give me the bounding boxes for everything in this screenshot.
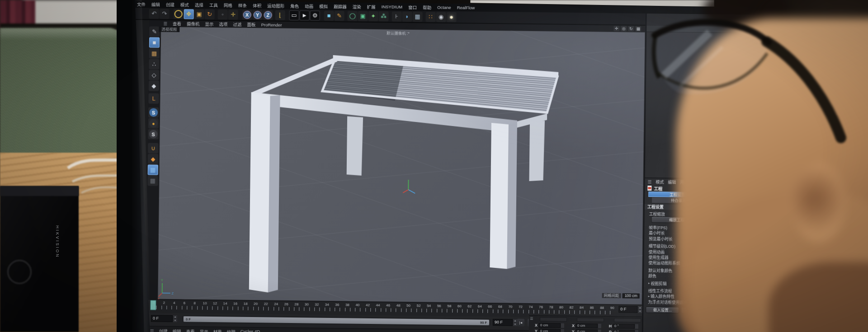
workplane-lock-button[interactable]: ▦ [147,175,158,186]
min-time-stepper[interactable]: ▲▼ [173,315,177,322]
eyedropper-icon[interactable]: ✎ [726,275,729,279]
camera-button[interactable]: ◉ [436,12,446,22]
attribute-stepper[interactable]: ▲▼ [726,237,729,242]
material-menu-创建[interactable]: 创建 [159,328,168,332]
viewport-menu-面板[interactable]: 面板 [247,21,255,28]
viewport-menu-icon[interactable]: ☰ [163,21,167,26]
lock-y-toggle[interactable]: Y [253,9,263,19]
viewport-3d[interactable]: YZX 网格间距 100 cm [157,27,645,305]
render-view-button[interactable]: ▭ [289,10,299,20]
coordinate-stepper[interactable] [598,330,601,332]
min-time-spinner[interactable]: 0 F ▲▼ [151,315,177,322]
attribute-menu-编辑[interactable]: 编辑 [668,179,676,185]
viewport-menu-查看[interactable]: 查看 [173,20,181,27]
menu-item-样条[interactable]: 样条 [238,2,247,8]
attribute-value-field[interactable]: 0 F [699,237,725,242]
viewport-menu-显示[interactable]: 显示 [205,21,213,27]
physical-sky-button[interactable]: ∷ [425,12,435,22]
menu-item-选择[interactable]: 选择 [195,1,203,8]
deformer-button[interactable]: ✦ [368,11,378,21]
attribute-menu-模式[interactable]: 模式 [656,179,664,185]
attribute-value-field[interactable]: 0 F [699,231,725,237]
mograph-button[interactable]: ⁂ [379,11,389,21]
menu-item-Octane[interactable]: Octane [437,5,451,10]
attribute-stepper[interactable]: ▲▼ [726,244,729,249]
menu-item-RealFlow[interactable]: RealFlow [457,5,475,10]
coordinate-stepper[interactable] [598,324,601,328]
color-swatch[interactable] [703,275,724,279]
menu-item-帮助[interactable]: 帮助 [423,4,431,10]
min-time-field[interactable]: 0 F [151,315,173,322]
menu-item-模式[interactable]: 模式 [180,1,189,8]
attribute-stepper[interactable]: ▲▼ [726,226,729,231]
pan-view-button[interactable]: ✛ [613,26,619,31]
coordinate-stepper[interactable] [635,330,638,332]
coordinate-column-header[interactable] [540,317,567,322]
move-tool[interactable]: ✥ [184,9,194,19]
coordinate-column-header[interactable] [577,318,604,322]
menu-item-运动图形[interactable]: 运动图形 [267,2,284,9]
spline-pen-button[interactable]: ✎ [335,11,344,21]
coordinate-stepper[interactable] [561,329,564,332]
current-frame-stepper[interactable]: ▲▼ [638,306,642,313]
menu-item-网格[interactable]: 网格 [224,2,232,8]
zoom-view-button[interactable]: ◎ [621,26,627,31]
coordinate-system-toggle[interactable]: ⌊ [275,10,285,20]
current-frame-spinner[interactable]: 0 F ▲▼ [618,306,642,313]
attribute-menu-icon[interactable]: ☰ [647,179,651,184]
menu-item-扩展[interactable]: 扩展 [367,3,376,9]
floor-button[interactable]: ▦ [413,11,423,21]
grid-snap-toggle[interactable]: ▦ [148,164,158,175]
snap-modes-button[interactable]: ● [148,118,159,128]
attribute-checkbox[interactable]: ✓ [722,257,727,261]
coordinate-value-field[interactable]: 0 cm [576,323,598,328]
viewport-canvas[interactable]: YZX [157,27,645,305]
xpresso-button[interactable]: ⊦ [392,11,402,21]
attribute-button[interactable]: 保存设置... [681,308,714,313]
points-mode-button[interactable]: ∴ [149,59,159,69]
coordinate-menu-icon[interactable]: ☰ [530,317,533,321]
color-expand-icon[interactable]: › [700,274,702,279]
material-menu-纹理[interactable]: 纹理 [227,328,236,332]
coordinate-value-field[interactable]: 0 cm [539,323,561,328]
menu-item-工具[interactable]: 工具 [209,1,218,8]
view-name-tab[interactable]: 透视视图 [159,27,179,33]
coordinate-value-field[interactable]: 0 ° [613,330,635,332]
expand-arrow-icon[interactable]: ▸ [648,295,650,298]
material-menu-显示[interactable]: 显示 [200,328,208,332]
menu-item-编辑[interactable]: 编辑 [151,1,160,7]
current-frame-field[interactable]: 0 F [618,306,637,313]
material-menu-编辑[interactable]: 编辑 [173,328,181,332]
preview-range-slider[interactable]: 0 F 90 F [183,315,490,326]
workplane-mode-button[interactable]: L [148,93,159,103]
coordinate-stepper[interactable] [561,323,564,328]
attribute-checkbox[interactable] [724,300,728,305]
viewport-menu-摄像机[interactable]: 摄像机 [187,20,200,27]
rotate-view-button[interactable]: ↻ [628,26,634,31]
viewport-menu-过滤[interactable]: 过滤 [233,21,241,27]
attribute-checkbox[interactable]: ✓ [722,251,727,255]
menu-item-窗口[interactable]: 窗口 [408,4,417,10]
expand-arrow-icon[interactable]: ▸ [648,281,650,285]
last-used-tool[interactable]: ◦ [218,9,228,19]
coordinate-value-field[interactable]: 0 cm [539,329,561,332]
coordinate-value-field[interactable]: 0 ° [613,324,635,329]
coordinate-value-field[interactable]: 0 cm [576,329,598,332]
attribute-value-field[interactable]: 100 % [699,244,725,249]
model-mode-button[interactable]: ■ [149,37,160,47]
preview-range-fill[interactable]: 0 F 90 F [184,316,489,325]
redo-button[interactable]: ↷ [160,9,170,19]
max-time-field[interactable]: 90 F [493,319,513,326]
menu-item-模拟[interactable]: 模拟 [319,3,328,9]
max-time-spinner[interactable]: 90 F ▲▼ [493,319,517,326]
menu-item-动画[interactable]: 动画 [305,3,313,9]
enable-axis-tool[interactable]: ✛ [228,9,238,19]
scale-tool[interactable]: ▣ [194,9,204,19]
attribute-menu-用户数据[interactable]: 用户数据 [680,179,696,185]
attribute-dropdown[interactable]: 中▼ [696,281,729,287]
attribute-button[interactable]: 载入设置... [646,307,679,313]
material-menu-查看[interactable]: 查看 [186,328,195,332]
magnet-tool-button[interactable]: ∪ [148,143,158,153]
menu-item-跟踪器[interactable]: 跟踪器 [334,3,347,9]
add-primitive-cube-button[interactable]: ■ [324,10,334,20]
